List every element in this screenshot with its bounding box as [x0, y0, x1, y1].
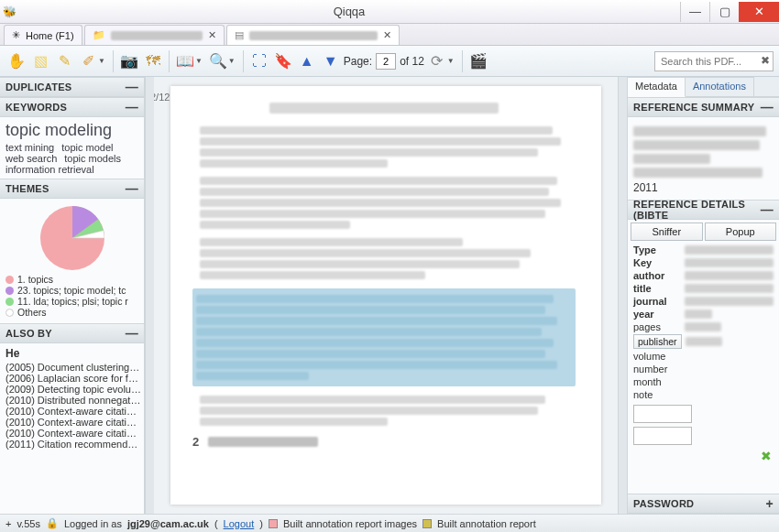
left-scrollbar[interactable]	[145, 77, 154, 514]
tab-home[interactable]: ✳ Home (F1)	[4, 25, 82, 45]
close-icon[interactable]: ✕	[383, 29, 391, 41]
alsoby-ref[interactable]: (2009) Detecting topic evolution	[5, 384, 141, 395]
popup-button[interactable]: Popup	[705, 223, 777, 241]
dropdown-icon[interactable]: ▼	[98, 57, 105, 65]
alsoby-ref[interactable]: (2010) Context-aware citation rec	[5, 428, 141, 439]
field-label-author: author	[633, 270, 681, 281]
zoom-icon[interactable]: 🔍	[207, 50, 229, 72]
legend-item[interactable]: 23. topics; topic model; tc	[5, 285, 138, 296]
login-prefix: Logged in as	[64, 518, 122, 529]
keyword[interactable]: information retrieval	[5, 164, 94, 175]
sniffer-button[interactable]: Sniffer	[631, 223, 703, 241]
collapse-icon[interactable]: —	[761, 100, 774, 114]
panel-duplicates-header[interactable]: DUPLICATES —	[0, 77, 144, 97]
field-value[interactable]	[685, 271, 774, 280]
slideshow-icon[interactable]: 🎬	[467, 50, 489, 72]
camera-icon[interactable]: 📷	[118, 50, 140, 72]
panel-themes-header[interactable]: THEMES —	[0, 179, 144, 199]
version-label: v.55s	[16, 518, 39, 529]
keyword[interactable]: topic model	[61, 142, 113, 153]
map-icon[interactable]: 🗺	[142, 50, 164, 72]
keyword[interactable]: topic models	[64, 153, 121, 164]
center-scrollbar[interactable]	[618, 77, 627, 514]
field-label-number: number	[633, 364, 681, 375]
alsoby-ref[interactable]: (2010) Context-aware citation rec	[5, 417, 141, 428]
close-icon[interactable]: ✕	[208, 29, 216, 41]
note-textbox[interactable]	[633, 427, 692, 445]
fit-screen-icon[interactable]: ⛶	[248, 50, 270, 72]
bookmark-icon[interactable]: 🔖	[272, 50, 294, 72]
hand-tool-icon[interactable]: ✋	[5, 50, 27, 72]
panel-password-header[interactable]: PASSWORD +	[628, 494, 779, 514]
legend-label: 11. lda; topics; plsi; topic r	[17, 296, 128, 307]
tab-library[interactable]: 📁 ✕	[84, 25, 225, 45]
panel-alsoby-header[interactable]: ALSO BY —	[0, 323, 144, 343]
field-value[interactable]	[685, 322, 721, 331]
clear-icon[interactable]: ✖	[761, 54, 770, 67]
close-button[interactable]: ✕	[739, 2, 779, 22]
collapse-icon[interactable]: —	[126, 181, 138, 196]
alsoby-ref[interactable]: (2006) Laplacian score for feature	[5, 373, 141, 384]
status-icon	[269, 519, 278, 528]
titlebar: 🐝 Qiqqa — ▢ ✕	[0, 0, 779, 24]
collapse-icon[interactable]: —	[126, 100, 138, 114]
login-user: jgj29@cam.ac.uk	[127, 518, 209, 529]
legend-item[interactable]: 1. topics	[5, 274, 138, 285]
logout-link[interactable]: Logout	[224, 518, 255, 529]
field-label-key: Key	[633, 257, 681, 268]
publisher-button[interactable]: publisher	[633, 334, 682, 349]
highlighted-region[interactable]	[192, 288, 576, 386]
expand-icon[interactable]: +	[766, 496, 774, 511]
tab-document[interactable]: ▤ ✕	[226, 25, 400, 45]
tab-annotations[interactable]: Annotations	[686, 77, 754, 96]
tab-metadata[interactable]: Metadata	[628, 77, 686, 97]
dropdown-icon[interactable]: ▼	[228, 57, 236, 65]
panel-title: PASSWORD	[633, 498, 694, 509]
field-value[interactable]	[685, 297, 774, 306]
sticky-note-icon[interactable]: ▧	[29, 50, 51, 72]
maximize-button[interactable]: ▢	[709, 2, 739, 22]
keyword[interactable]: text mining	[5, 142, 54, 153]
arrow-down-icon[interactable]: ▼	[320, 50, 342, 72]
field-value[interactable]	[685, 245, 774, 255]
refresh-icon[interactable]: ⟳	[426, 50, 448, 72]
field-value[interactable]	[685, 309, 712, 319]
reference-summary-body: 2011	[628, 117, 779, 200]
field-label-volume: volume	[633, 351, 681, 362]
collapse-icon[interactable]: —	[126, 80, 138, 94]
collapse-icon[interactable]: —	[126, 326, 138, 341]
field-value[interactable]	[685, 258, 774, 267]
search-input[interactable]	[654, 51, 774, 71]
alsoby-ref[interactable]: (2011) Citation recommendation	[5, 439, 141, 450]
arrow-up-icon[interactable]: ▲	[296, 50, 318, 72]
note-textbox[interactable]	[633, 405, 692, 423]
delete-icon[interactable]: ✖	[761, 449, 772, 463]
legend-item[interactable]: 11. lda; topics; plsi; topic r	[5, 296, 138, 307]
panel-refdetails-header[interactable]: REFERENCE DETAILS (BIBTE —	[628, 200, 779, 220]
pdf-page[interactable]: 2/12	[170, 86, 601, 505]
panel-keywords-header[interactable]: KEYWORDS —	[0, 97, 144, 117]
alsoby-ref[interactable]: (2010) Distributed nonnegative m	[5, 395, 141, 406]
plus-icon[interactable]: +	[5, 518, 11, 529]
field-label-type: Type	[633, 244, 681, 255]
field-value[interactable]	[685, 284, 774, 293]
panel-refsummary-header[interactable]: REFERENCE SUMMARY —	[628, 97, 779, 117]
page-input[interactable]	[376, 53, 396, 70]
right-tabs: Metadata Annotations	[628, 77, 779, 97]
collapse-icon[interactable]: —	[761, 202, 774, 217]
legend-item[interactable]: Others	[5, 307, 138, 318]
dropdown-icon[interactable]: ▼	[195, 57, 203, 65]
pen-icon[interactable]: ✐	[77, 50, 99, 72]
panel-title: REFERENCE DETAILS (BIBTE	[633, 199, 761, 221]
keyword[interactable]: web search	[5, 153, 57, 164]
dropdown-icon[interactable]: ▼	[447, 57, 455, 65]
alsoby-ref[interactable]: (2005) Document clustering using	[5, 362, 141, 373]
minimize-button[interactable]: —	[680, 2, 709, 22]
document-viewer: 2/12	[154, 77, 618, 514]
keyword-main[interactable]: topic modeling	[5, 121, 138, 142]
highlight-icon[interactable]: ✎	[53, 50, 75, 72]
field-value[interactable]	[686, 337, 722, 346]
alsoby-ref[interactable]: (2010) Context-aware citation rec	[5, 406, 141, 417]
book-open-icon[interactable]: 📖	[174, 50, 196, 72]
home-icon: ✳	[12, 29, 20, 41]
